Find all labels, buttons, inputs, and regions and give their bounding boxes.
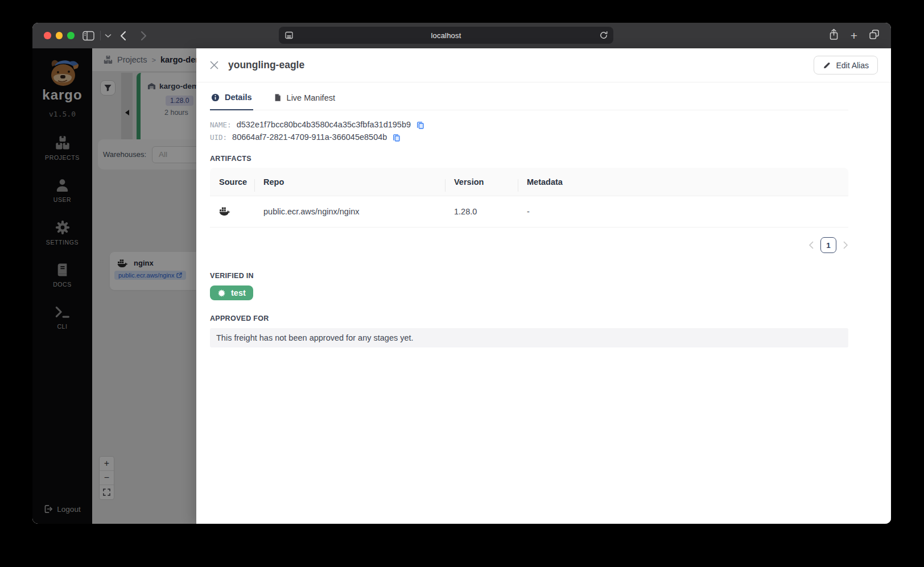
close-icon (209, 60, 219, 70)
kargo-app: kargo v1.5.0 (32, 48, 891, 524)
sidebar-menu-button[interactable] (105, 23, 112, 48)
sidebar-toggle-button[interactable] (82, 23, 94, 48)
freight-details-drawer: youngling-eagle Edit Alias (196, 48, 891, 524)
toolbar-divider (100, 31, 101, 40)
name-label: NAME: (210, 121, 232, 129)
info-circle-icon (211, 93, 220, 102)
desktop-background: localhost + (0, 0, 924, 567)
approved-for-heading: APPROVED FOR (210, 314, 848, 322)
verified-stage-name: test (231, 288, 246, 297)
tab-details[interactable]: Details (210, 92, 253, 110)
tab-live-manifest-label: Live Manifest (287, 93, 335, 102)
copy-uid-button[interactable] (392, 133, 401, 142)
tab-details-label: Details (225, 93, 252, 102)
share-icon (828, 28, 839, 40)
column-source: Source (210, 177, 254, 187)
drawer-header: youngling-eagle Edit Alias (196, 48, 891, 82)
pencil-icon (823, 61, 831, 69)
artifact-repo-cell: public.ecr.aws/nginx/nginx (254, 207, 445, 216)
url-text: localhost (279, 31, 613, 40)
copy-icon (416, 121, 424, 129)
file-icon (274, 93, 282, 102)
artifact-source-cell (210, 206, 254, 217)
artifacts-heading: ARTIFACTS (210, 155, 848, 163)
uid-label: UID: (210, 133, 227, 142)
artifacts-table-header: Source Repo Version Metadata (210, 168, 848, 196)
docker-icon (219, 206, 230, 216)
uid-value: 80664af7-2821-4709-911a-366045e8504b (232, 133, 387, 142)
minimize-window-button[interactable] (56, 32, 63, 39)
share-button[interactable] (828, 28, 839, 43)
artifacts-table: Source Repo Version Metadata (210, 168, 848, 227)
column-metadata: Metadata (518, 177, 848, 187)
close-drawer-button[interactable] (209, 60, 219, 70)
page-1-button[interactable]: 1 (820, 237, 836, 253)
verified-in-heading: VERIFIED IN (210, 272, 848, 280)
address-bar[interactable]: localhost (279, 27, 613, 44)
column-version: Version (445, 177, 518, 187)
approved-for-empty-message: This freight has not been approved for a… (210, 328, 848, 347)
copy-icon (392, 133, 401, 142)
window-controls (44, 32, 75, 39)
edit-alias-label: Edit Alias (836, 61, 869, 70)
forward-icon (141, 31, 147, 41)
reload-button[interactable] (599, 31, 608, 42)
freight-meta: NAME: d532e1f7bcc80bc4b3580c4a35c3fbfa31… (210, 118, 848, 143)
artifact-row: public.ecr.aws/nginx/nginx 1.28.0 - (210, 196, 848, 227)
forward-button[interactable] (141, 23, 147, 48)
artifacts-pagination: 1 (210, 237, 848, 253)
close-window-button[interactable] (44, 32, 51, 39)
column-repo: Repo (254, 177, 445, 187)
tab-live-manifest[interactable]: Live Manifest (273, 92, 336, 110)
sidebar-toggle-icon (82, 31, 94, 41)
back-icon (120, 31, 126, 41)
next-page-button[interactable] (843, 241, 848, 249)
back-button[interactable] (120, 23, 126, 48)
chevron-right-icon (843, 241, 848, 249)
previous-page-button[interactable] (808, 241, 814, 249)
tab-overview-icon (869, 29, 880, 40)
artifact-metadata-cell: - (518, 207, 848, 216)
maximize-window-button[interactable] (67, 32, 75, 39)
new-tab-button[interactable]: + (851, 30, 857, 42)
chevron-down-icon (105, 34, 112, 38)
chevron-left-icon (808, 241, 814, 249)
verified-stage-badge-test[interactable]: test (210, 285, 253, 300)
drawer-body: Details Live Manifest NAME: (196, 82, 891, 347)
drawer-tabs: Details Live Manifest (210, 92, 848, 110)
artifact-version-cell: 1.28.0 (445, 207, 518, 216)
edit-alias-button[interactable]: Edit Alias (814, 56, 878, 75)
freight-alias-title: youngling-eagle (228, 59, 304, 71)
name-value: d532e1f7bcc80bc4b3580c4a35c3fbfa31d195b9 (237, 120, 411, 129)
stage-seal-icon (217, 289, 226, 297)
browser-toolbar: localhost + (32, 23, 891, 48)
reload-icon (599, 31, 608, 40)
copy-name-button[interactable] (416, 121, 424, 129)
tab-overview-button[interactable] (869, 29, 880, 42)
site-settings-icon[interactable] (284, 31, 294, 42)
browser-window: localhost + (32, 23, 891, 524)
